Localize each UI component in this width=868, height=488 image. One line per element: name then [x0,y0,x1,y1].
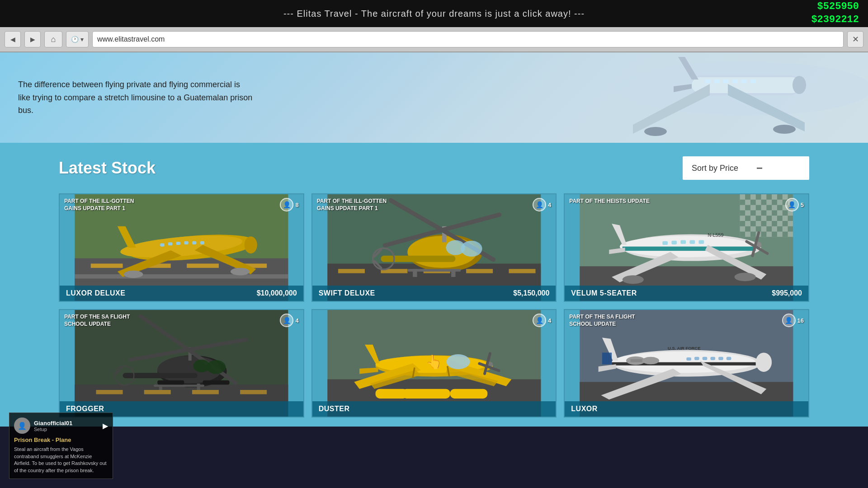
history-button[interactable]: 🕐 ▾ [66,31,89,47]
user-icon: 👤 [782,314,796,327]
svg-rect-42 [466,269,493,273]
svg-rect-18 [75,274,288,278]
notification-username: Gianofficial01 [34,420,99,427]
main-content: Latest Stock Sort by Price − PART OF THE… [0,143,868,427]
svg-point-29 [231,268,250,276]
hero-plane-image [475,52,868,143]
notification-header: 👤 Gianofficial01 Setup ▶ [14,418,108,434]
svg-point-5 [644,127,667,136]
card-top-bar: PART OF THE ILL-GOTTENGAINS UPDATE PART … [312,194,556,216]
aircraft-card-swift-deluxe[interactable]: PART OF THE ILL-GOTTENGAINS UPDATE PART … [311,193,557,302]
svg-rect-118 [402,389,450,399]
svg-rect-134 [602,352,612,364]
svg-rect-11 [723,80,729,83]
aircraft-card-luxor[interactable]: PART OF THE SA FLIGHTSCHOOL UPDATE 👤 16 [564,309,809,418]
forward-button[interactable]: ▶ [24,31,41,47]
aircraft-name: VELUM 5-SEATER [571,289,637,297]
svg-rect-138 [703,357,708,360]
user-icon: 👤 [533,314,546,327]
svg-rect-137 [694,357,699,360]
hero-section: The difference between flying private an… [0,52,868,143]
svg-rect-78 [681,240,686,244]
close-button[interactable]: ✕ [847,31,863,47]
card-badge: 👤 4 [533,198,551,211]
notification-user-info: Gianofficial01 Setup [34,420,99,432]
svg-point-133 [642,357,660,365]
player-count: 4 [295,317,298,324]
site-tagline: --- Elitas Travel - The aircraft of your… [283,9,585,19]
svg-point-6 [773,125,796,134]
browser-bar: ◀ ▶ ⌂ 🕐 ▾ www.elitastravel.com ✕ [0,27,868,52]
notification-mission-title: Prison Break - Plane [14,436,108,443]
aircraft-name: SWIFT DELUXE [319,289,375,297]
aircraft-grid: PART OF THE ILL-GOTTENGAINS UPDATE PART … [59,193,809,418]
back-button[interactable]: ◀ [5,31,21,47]
update-label: PART OF THE HEISTS UPDATE [569,198,650,205]
sort-dropdown[interactable]: Sort by Price − [683,156,809,180]
aircraft-price: $995,000 [772,289,802,297]
svg-rect-84 [96,390,123,394]
aircraft-name: FROGGER [66,405,104,413]
bank-amount: $2392212 [811,14,859,27]
svg-rect-19 [91,263,123,267]
aircraft-card-duster[interactable]: 👤 4 [311,309,557,418]
card-top-bar: PART OF THE SA FLIGHTSCHOOL UPDATE 👤 16 [565,310,808,331]
svg-point-57 [446,240,465,255]
svg-point-100 [193,360,210,372]
svg-rect-86 [192,390,219,394]
svg-point-36 [245,236,257,253]
user-icon: 👤 [280,198,293,211]
aircraft-name: LUXOR [571,405,598,413]
cash-amount: $525950 [811,0,859,14]
card-bottom-bar: LUXOR DELUXE $10,000,000 [60,286,303,301]
svg-rect-77 [672,241,677,244]
svg-point-15 [793,76,806,94]
card-badge: 👤 5 [785,198,804,211]
latest-stock-title: Latest Stock [59,159,156,178]
svg-rect-54 [413,269,417,277]
svg-rect-39 [338,269,365,273]
aircraft-card-velum-5-seater[interactable]: PART OF THE HEISTS UPDATE 👤 5 [564,193,809,302]
aircraft-card-luxor-deluxe[interactable]: PART OF THE ILL-GOTTENGAINS UPDATE PART … [59,193,304,302]
aircraft-card-frogger[interactable]: PART OF THE SA FLIGHTSCHOOL UPDATE 👤 4 [59,309,304,418]
svg-rect-12 [732,80,738,83]
player-count: 8 [295,202,298,208]
svg-rect-34 [192,241,196,244]
svg-rect-14 [750,80,756,83]
sort-label: Sort by Price [692,164,738,173]
svg-point-75 [735,272,756,281]
aircraft-price: $5,150,000 [513,289,549,297]
top-bar: --- Elitas Travel - The aircraft of your… [0,0,868,27]
user-icon: 👤 [533,198,546,211]
card-top-bar: PART OF THE HEISTS UPDATE 👤 5 [565,194,808,215]
svg-rect-49 [381,256,455,262]
svg-rect-43 [509,269,535,273]
aircraft-price: $10,000,000 [257,289,297,297]
money-display: $525950 $2392212 [811,0,859,26]
svg-rect-32 [176,242,180,245]
url-bar[interactable]: www.elitastravel.com [92,31,844,47]
notification-action: Setup [34,427,99,432]
update-label: PART OF THE SA FLIGHTSCHOOL UPDATE [64,314,130,328]
card-bottom-bar: SWIFT DELUXE $5,150,000 [312,286,556,301]
notification-arrow[interactable]: ▶ [103,422,108,430]
notification-description: Steal an aircraft from the Vagos contrab… [14,446,108,474]
svg-rect-55 [451,269,455,277]
svg-rect-66 [623,247,756,251]
user-icon: 👤 [280,314,293,327]
sort-collapse-icon: − [756,162,763,174]
card-top-bar: 👤 4 [312,310,556,331]
svg-point-142 [756,352,772,371]
svg-rect-101 [157,380,184,385]
stock-header: Latest Stock Sort by Price − [59,152,809,184]
svg-rect-102 [203,380,230,385]
svg-rect-35 [200,241,204,244]
card-top-bar: PART OF THE SA FLIGHTSCHOOL UPDATE 👤 4 [60,310,303,331]
home-button[interactable]: ⌂ [44,31,62,47]
svg-rect-76 [663,241,668,245]
svg-rect-120 [375,389,407,399]
update-label: PART OF THE ILL-GOTTENGAINS UPDATE PART … [317,198,387,212]
card-badge: 👤 4 [533,314,551,327]
svg-rect-13 [741,80,747,83]
url-text: www.elitastravel.com [97,35,165,43]
